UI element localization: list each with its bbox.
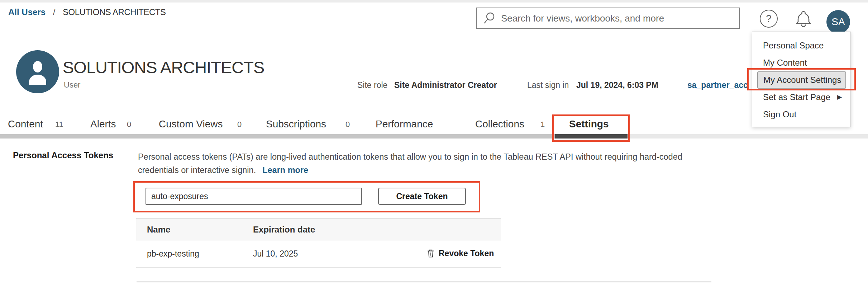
tab-bar-track [0,134,555,139]
username-link-clip: sa_partner_accou [687,80,747,90]
search-input[interactable] [500,13,739,24]
pat-description-line2-text: credentials or interactive signin. [138,165,256,175]
menu-item-sign-out[interactable]: Sign Out [752,106,850,123]
user-avatar-button[interactable]: SA [826,10,850,34]
tab-bar-track-right [628,134,868,139]
submenu-arrow-icon: ▶ [837,89,842,106]
breadcrumb-current: SOLUTIONS ARCHITECTS [63,7,166,17]
tab-subscriptions[interactable]: Subscriptions [266,118,326,130]
account-menu: Personal Space My Content Set as Start P… [752,32,851,127]
menu-item-my-content[interactable]: My Content [752,54,850,71]
pat-description-line1: Personal access tokens (PATs) are long-l… [138,150,711,164]
tab-settings[interactable]: Settings [569,118,609,130]
tab-content[interactable]: Content [8,118,43,130]
pat-description: Personal access tokens (PATs) are long-l… [138,150,711,177]
menu-item-my-account-settings[interactable]: My Account Settings [757,71,846,89]
tab-custom-views-count: 0 [237,120,242,129]
notifications-button[interactable] [794,9,813,30]
menu-item-set-start-page[interactable]: Set as Start Page ▶ [752,89,850,106]
site-role-value: Site Administrator Creator [394,80,497,90]
tab-content-count: 11 [55,120,63,129]
profile-avatar [16,50,59,93]
search-icon [483,12,495,25]
bell-icon [794,9,813,30]
create-token-button[interactable]: Create Token [378,188,466,205]
tab-settings-underline [555,134,628,139]
help-icon: ? [766,13,772,24]
tab-subscriptions-count: 0 [345,120,350,129]
user-type-label: User [64,80,80,90]
top-strip [0,0,868,3]
tab-alerts[interactable]: Alerts [90,118,116,130]
username-link[interactable]: sa_partner_accou [687,80,747,90]
token-name-input[interactable] [146,188,362,205]
table-header-expiration: Expiration date [253,225,315,235]
avatar-initials: SA [831,16,845,28]
page-title: SOLUTIONS ARCHITECTS [63,57,264,77]
page: All Users / SOLUTIONS ARCHITECTS ? SA [0,0,868,305]
table-header-name: Name [147,225,170,235]
breadcrumb-all-users-link[interactable]: All Users [8,7,46,17]
last-sign-in-value: Jul 19, 2024, 6:03 PM [576,80,658,90]
help-button[interactable]: ? [760,10,778,28]
site-role-label: Site role [357,80,387,90]
token-row: pb-exp-testing Jul 10, 2025 Revoke Token [136,240,501,268]
menu-item-set-start-page-label: Set as Start Page [763,92,830,102]
menu-item-personal-space[interactable]: Personal Space [752,37,850,54]
tokens-table: Name Expiration date pb-exp-testing Jul … [136,218,501,268]
last-sign-in-label: Last sign in [527,80,569,90]
tab-collections[interactable]: Collections [475,118,524,130]
breadcrumb: All Users / SOLUTIONS ARCHITECTS [8,7,166,17]
pat-description-line2: credentials or interactive signin.Learn … [138,164,711,177]
tab-alerts-count: 0 [127,120,131,129]
tab-collections-count: 1 [540,120,545,129]
revoke-token-label: Revoke Token [439,249,494,258]
revoke-token-button[interactable]: Revoke Token [423,248,494,258]
token-name-cell: pb-exp-testing [147,249,199,259]
token-expiration-cell: Jul 10, 2025 [253,249,298,259]
tab-performance[interactable]: Performance [376,118,433,130]
breadcrumb-separator: / [53,7,56,17]
trash-icon [426,248,435,258]
tokens-table-header: Name Expiration date [136,218,501,240]
person-icon [16,50,59,93]
tab-custom-views[interactable]: Custom Views [159,118,223,130]
search-box [476,8,740,29]
section-divider [137,281,711,282]
section-label: Personal Access Tokens [13,150,113,160]
learn-more-link[interactable]: Learn more [262,165,308,175]
